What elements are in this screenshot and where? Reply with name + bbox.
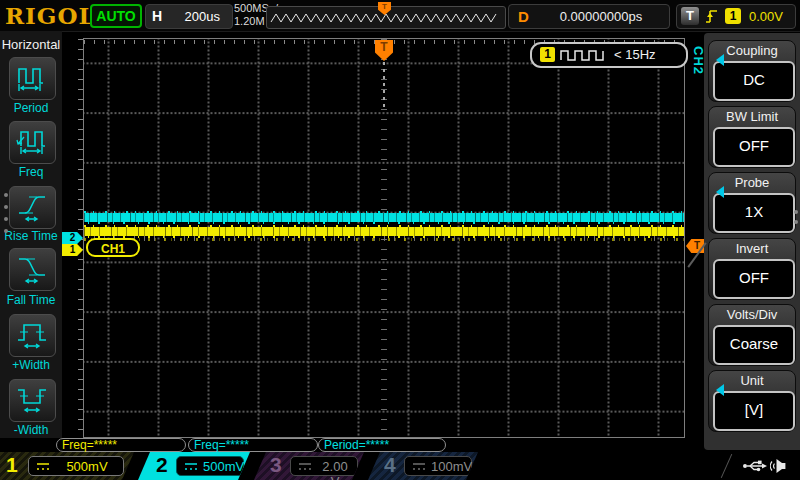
channel-2-scale-box: 500mV [176,456,244,476]
channel-2-section[interactable]: 2 500mV [138,452,250,480]
frequency-counter-badge: 1 < 15Hz [530,42,688,68]
timebase-value: 200us [185,9,220,24]
menu-label-fall-time: Fall Time [0,293,62,307]
timebase-box: H 200us [145,4,233,29]
softkey-bw-limit-value: OFF [713,127,795,167]
menu-button-rise-time[interactable] [9,186,56,229]
channel-status-bar: 1 500mV 2 500mV 3 2.00 V 4 [0,452,800,480]
channel-1-scale: 500mV [55,459,119,474]
channel-2-scale: 500mV [203,459,239,474]
rise-time-icon [15,191,49,223]
square-wave-icon [560,48,608,62]
channel-3-number: 3 [270,453,282,477]
run-status-badge: AUTO [90,4,142,28]
dc-coupling-icon [184,462,198,472]
channel-4-number: 4 [384,453,396,477]
status-separator [721,454,732,478]
dc-coupling-icon [412,462,426,472]
rigol-logo: RIGOL [5,2,96,29]
trigger-readout-box: T 1 0.00V [676,4,796,29]
softkey-invert-label: Invert [709,241,795,256]
left-menu-panel: Horizontal Period Freq Rise Time Fall Ti… [0,31,62,438]
dc-coupling-icon [298,462,312,472]
menu-label-freq: Freq [0,165,62,179]
trigger-source-badge: 1 [725,8,741,24]
trigger-level-value: 0.00V [749,9,783,24]
fall-time-icon [15,253,49,285]
trace-noise-specks [84,238,684,241]
menu-label-plus-width: +Width [0,358,62,372]
softkey-coupling[interactable]: Coupling DC [708,40,796,102]
channel-4-scale-box: 100mV [404,456,472,476]
softkey-coupling-value: DC [713,61,795,101]
option-arrow-icon [716,54,724,66]
channel-3-section[interactable]: 3 2.00 V [254,452,364,480]
right-menu-channel-tab: CH2 [691,46,706,75]
menu-button-fall-time[interactable] [9,248,56,291]
softkey-bw-limit[interactable]: BW Limit OFF [708,106,796,168]
trigger-position-stem [383,62,385,110]
menu-button-period[interactable] [9,57,56,100]
freq-counter-reading: < 15Hz [614,47,656,62]
sound-icon [770,458,790,474]
softkey-unit-value: [V] [713,391,795,431]
period-icon [15,62,49,94]
channel-4-section[interactable]: 4 100mV [368,452,478,480]
ch2-trace [84,213,684,222]
ch1-trace [84,227,684,236]
channel-3-scale-box: 2.00 V [290,456,358,476]
measurement-period-ch2[interactable]: Period=***** [318,438,446,452]
delay-label: D [518,8,529,25]
waveform-memory-bar: T [266,6,506,29]
measurement-freq-ch2[interactable]: Freq=***** [188,438,318,452]
freq-icon [15,126,49,158]
measurement-freq-ch1[interactable]: Freq=***** [56,438,186,452]
delay-value: 0.00000000ps [539,9,663,24]
channel-1-section[interactable]: 1 500mV [0,452,134,480]
channel-1-number: 1 [6,453,18,477]
menu-button-minus-width[interactable] [9,379,56,422]
option-arrow-icon [716,186,724,198]
softkey-volts-div-label: Volts/Div [709,307,795,322]
menu-label-rise-time: Rise Time [0,229,62,243]
top-bar: RIGOL AUTO H 200us 500MSa/s 1.20M pts T … [0,0,800,32]
channel-1-scale-box: 500mV [28,456,124,476]
menu-label-minus-width: -Width [0,423,62,437]
dc-coupling-icon [36,462,50,472]
ch1-trace-label: CH1 [86,238,140,257]
softkey-invert-value: OFF [713,259,795,299]
trigger-label: T [681,7,699,25]
softkey-unit[interactable]: Unit [V] [708,370,796,432]
menu-label-period: Period [0,101,62,115]
freq-counter-channel-badge: 1 [540,47,555,62]
softkey-volts-div-value: Coarse [713,325,795,365]
channel-4-scale: 100mV [431,459,467,474]
softkey-volts-div[interactable]: Volts/Div Coarse [708,304,796,366]
plus-width-icon [15,319,49,351]
left-page-indicator-dots [4,193,8,241]
softkey-probe[interactable]: Probe 1X [708,172,796,234]
menu-button-freq[interactable] [9,121,56,164]
minus-width-icon [15,384,49,416]
delay-readout-box: D 0.00000000ps [508,4,670,29]
softkey-probe-value: 1X [713,193,795,233]
usb-icon [742,458,768,474]
softkey-invert[interactable]: Invert OFF [708,238,796,300]
h-label: H [152,8,162,24]
trigger-slope-icon [704,8,720,25]
channel-3-scale: 2.00 V [317,459,353,480]
channel-2-number: 2 [156,453,168,477]
option-arrow-icon [716,384,724,396]
softkey-bw-limit-label: BW Limit [709,109,795,124]
right-page-indicator-dots [794,210,798,230]
menu-button-plus-width[interactable] [9,314,56,357]
left-menu-title: Horizontal [0,37,62,52]
